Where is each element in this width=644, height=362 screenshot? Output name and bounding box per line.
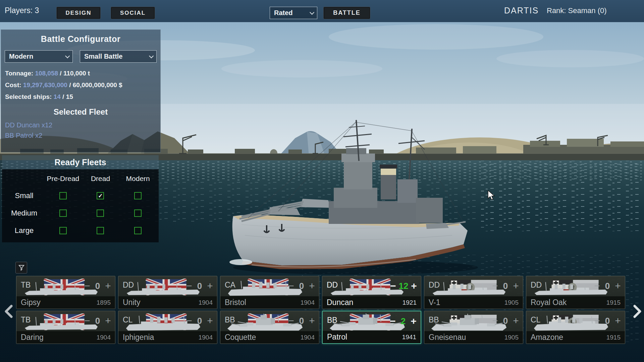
- increase-count-button[interactable]: +: [308, 315, 316, 326]
- era-value: Modern: [9, 53, 33, 60]
- decrease-count-button[interactable]: −: [83, 280, 92, 292]
- ready-fleet-cell: ✓: [82, 192, 119, 199]
- fleet-checkbox-medium-dread[interactable]: [97, 209, 104, 217]
- ship-card-unity[interactable]: DD − 0 + Unity 1904: [118, 276, 217, 309]
- battle-button[interactable]: BATTLE: [323, 7, 370, 19]
- ship-card-gipsy[interactable]: TB − 0 + Gipsy 1895: [16, 276, 115, 309]
- battle-size-select[interactable]: Small Battle: [80, 50, 157, 63]
- tonnage-stat: Tonnage: 108,058 / 110,000 t: [5, 67, 160, 79]
- ship-name: Gneisenau: [429, 333, 466, 342]
- ship-count: 2: [397, 315, 409, 327]
- ship-type-label: BB: [225, 315, 235, 324]
- ship-card-top: TB − 0 +: [16, 311, 115, 332]
- ready-fleets-column-header: Modern: [119, 175, 157, 183]
- social-button[interactable]: SOCIAL: [111, 7, 155, 19]
- increase-count-button[interactable]: +: [512, 280, 520, 292]
- ship-card-royal-oak[interactable]: DD − 0 + Royal Oak 1915: [526, 276, 625, 309]
- decrease-count-button[interactable]: −: [388, 315, 397, 327]
- ship-card-coquette[interactable]: BB − 0 + Coquette 1904: [220, 311, 319, 344]
- increase-count-button[interactable]: +: [104, 280, 112, 292]
- ship-card-patrol[interactable]: BB − 2 + Patrol 1941: [322, 311, 421, 344]
- fleet-checkbox-large-modern[interactable]: [134, 227, 142, 234]
- ship-type-label: BB: [429, 315, 439, 324]
- battle-size-value: Small Battle: [84, 53, 122, 60]
- fleet-checkbox-small-dread[interactable]: ✓: [97, 192, 104, 199]
- ready-fleets-panel: Ready Fleets Pre-DreadDreadModernSmall✓M…: [2, 155, 159, 242]
- ship-card-grid: TB − 0 + Gipsy 1895 DD − 0 +: [16, 276, 625, 344]
- ship-type-label: CL: [531, 315, 540, 324]
- fleet-checkbox-small-modern[interactable]: [134, 192, 142, 199]
- ship-year: 1915: [606, 334, 621, 341]
- era-select[interactable]: Modern: [5, 50, 73, 63]
- ship-name: Coquette: [225, 333, 256, 342]
- ready-fleets-row-label: Large: [4, 226, 44, 235]
- ship-count: 0: [296, 315, 308, 327]
- decrease-count-button[interactable]: −: [593, 280, 601, 292]
- chevron-left-icon: [3, 303, 15, 319]
- ship-card-duncan[interactable]: DD − 12 + Duncan 1921: [322, 276, 421, 309]
- ship-counter: − 0 +: [593, 280, 622, 292]
- increase-count-button[interactable]: +: [206, 280, 214, 292]
- ship-card-name-bar: V-1 1905: [424, 296, 523, 309]
- ship-year: 1921: [402, 299, 417, 306]
- increase-count-button[interactable]: +: [512, 315, 520, 326]
- players-count: Players: 3: [5, 6, 39, 15]
- ship-card-name-bar: Amazone 1915: [526, 331, 625, 344]
- ship-name: Daring: [21, 333, 44, 342]
- match-type-select[interactable]: Rated: [270, 7, 317, 19]
- ship-card-gneisenau[interactable]: BB − 0 + Gneisenau 1905: [424, 311, 523, 344]
- ship-counter: − 0 +: [185, 315, 214, 327]
- ready-fleet-cell: [44, 227, 82, 234]
- increase-count-button[interactable]: +: [409, 315, 418, 327]
- fleet-checkbox-small-pre-dread[interactable]: [59, 192, 67, 199]
- decrease-count-button[interactable]: −: [83, 315, 92, 326]
- decrease-count-button[interactable]: −: [389, 280, 397, 292]
- design-button[interactable]: DESIGN: [56, 7, 101, 19]
- ship-card-amazone[interactable]: CL − 0 + Amazone 1915: [526, 311, 625, 344]
- increase-count-button[interactable]: +: [104, 315, 112, 326]
- ship-type-label: DD: [327, 281, 338, 290]
- ship-card-name-bar: Coquette 1904: [220, 331, 319, 344]
- fleet-checkbox-large-dread[interactable]: [97, 227, 104, 234]
- fleet-checkbox-medium-pre-dread[interactable]: [59, 209, 67, 217]
- match-type-value: Rated: [274, 9, 293, 17]
- ship-year: 1904: [199, 299, 213, 306]
- ship-card-top: CL − 0 +: [118, 311, 217, 332]
- ready-fleet-cell: [82, 227, 119, 234]
- previous-page-button[interactable]: [3, 303, 15, 319]
- ship-card-v-1[interactable]: DD − 0 + V-1 1905: [424, 276, 523, 309]
- ship-counter: − 0 +: [491, 315, 520, 327]
- decrease-count-button[interactable]: −: [287, 280, 296, 292]
- next-page-button[interactable]: [631, 303, 643, 319]
- ship-card-bristol[interactable]: CA − 0 + Bristol 1904: [220, 276, 319, 309]
- ship-card-name-bar: Unity 1904: [118, 296, 217, 309]
- ship-card-daring[interactable]: TB − 0 + Daring 1904: [16, 311, 115, 344]
- ready-fleet-cell: [119, 192, 157, 199]
- decrease-count-button[interactable]: −: [593, 315, 601, 326]
- ship-year: 1904: [97, 334, 111, 341]
- ship-name: Iphigenia: [123, 333, 154, 342]
- decrease-count-button[interactable]: −: [185, 315, 194, 326]
- filter-button[interactable]: [15, 262, 27, 274]
- ship-card-top: DD − 12 +: [322, 276, 421, 297]
- increase-count-button[interactable]: +: [613, 315, 622, 326]
- fleet-checkbox-large-pre-dread[interactable]: [59, 227, 67, 234]
- ship-year: 1915: [606, 299, 621, 306]
- ready-fleets-row-label: Medium: [4, 209, 44, 218]
- decrease-count-button[interactable]: −: [491, 315, 499, 326]
- selected-fleet-item: BB Patrol x2: [5, 130, 160, 141]
- increase-count-button[interactable]: +: [613, 280, 622, 292]
- username: DARTIS: [504, 6, 539, 15]
- fleet-checkbox-medium-modern[interactable]: [134, 209, 142, 217]
- increase-count-button[interactable]: +: [206, 315, 214, 326]
- ship-card-iphigenia[interactable]: CL − 0 + Iphigenia 1904: [118, 311, 217, 344]
- increase-count-button[interactable]: +: [308, 280, 316, 292]
- ship-card-top: BB − 2 +: [323, 311, 421, 331]
- decrease-count-button[interactable]: −: [491, 280, 499, 292]
- increase-count-button[interactable]: +: [410, 280, 418, 292]
- decrease-count-button[interactable]: −: [185, 280, 194, 292]
- cost-stat: Cost: 19,297,630,000 / 60,000,000,000 $: [5, 79, 160, 91]
- game-lobby-screen: Players: 3 DESIGN SOCIAL Rated BATTLE DA…: [0, 0, 644, 362]
- decrease-count-button[interactable]: −: [287, 315, 296, 326]
- ship-counter: − 12 +: [389, 280, 418, 292]
